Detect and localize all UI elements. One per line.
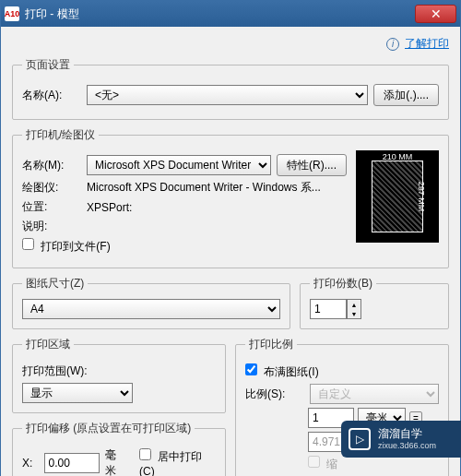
scale-label: 比例(S): <box>245 387 304 402</box>
watermark-name: 溜溜自学 <box>378 427 436 440</box>
play-icon: ▷ <box>349 428 371 450</box>
print-area-group: 打印区域 打印范围(W): 显示 <box>12 337 226 413</box>
scale-legend: 打印比例 <box>245 337 297 352</box>
description-label: 说明: <box>22 219 81 234</box>
print-range-label: 打印范围(W): <box>22 363 88 379</box>
window-title: 打印 - 模型 <box>25 6 415 22</box>
page-setup-name-select[interactable]: <无> <box>87 85 368 105</box>
spin-up-icon[interactable]: ▲ <box>348 300 361 309</box>
watermark-url: zixue.3d66.com <box>378 441 436 451</box>
offset-x-input[interactable] <box>44 453 100 473</box>
printer-name-label: 名称(M): <box>22 158 81 173</box>
page-setup-legend: 页面设置 <box>22 57 74 73</box>
spin-down-icon[interactable]: ▼ <box>348 309 361 318</box>
offset-x-label: X: <box>22 457 39 470</box>
printer-legend: 打印机/绘图仪 <box>22 127 99 143</box>
plotter-label: 绘图仪: <box>22 180 81 196</box>
fit-to-paper-checkbox[interactable]: 布满图纸(I) <box>245 363 319 380</box>
plotter-value: Microsoft XPS Document Writer - Windows … <box>87 180 321 196</box>
scale-lineweight-checkbox: 缩 <box>308 456 337 472</box>
print-to-file-checkbox[interactable]: 打印到文件(F) <box>22 238 111 255</box>
watermark: ▷ 溜溜自学 zixue.3d66.com <box>341 421 461 458</box>
titlebar: A10 打印 - 模型 ✕ <box>1 1 460 27</box>
printer-group: 打印机/绘图仪 名称(M): Microsoft XPS Document Wr… <box>12 127 449 268</box>
offset-legend: 打印偏移 (原点设置在可打印区域) <box>22 421 195 436</box>
info-icon: i <box>386 38 399 51</box>
copies-group: 打印份数(B) ▲▼ <box>300 276 449 329</box>
paper-preview: 210 MM 297 MM <box>356 150 439 243</box>
paper-size-group: 图纸尺寸(Z) A4 <box>12 276 290 329</box>
copies-legend: 打印份数(B) <box>310 276 376 292</box>
print-dialog: A10 打印 - 模型 ✕ i 了解打印 页面设置 名称(A): <无> 添加(… <box>0 0 461 476</box>
copies-spinner[interactable]: ▲▼ <box>310 299 361 319</box>
paper-size-legend: 图纸尺寸(Z) <box>22 276 88 292</box>
app-icon: A10 <box>5 6 19 21</box>
paper-size-select[interactable]: A4 <box>22 299 280 319</box>
printer-properties-button[interactable]: 特性(R).... <box>277 154 347 176</box>
center-print-checkbox[interactable]: 居中打印(C) <box>139 448 216 476</box>
printer-name-select[interactable]: Microsoft XPS Document Writer <box>87 155 271 175</box>
page-setup-group: 页面设置 名称(A): <无> 添加(.).... <box>12 57 449 120</box>
page-setup-add-button[interactable]: 添加(.).... <box>373 84 439 106</box>
page-setup-name-label: 名称(A): <box>22 88 81 103</box>
scale-select: 自定义 <box>310 384 439 404</box>
copies-input[interactable] <box>310 299 347 319</box>
offset-x-unit: 毫米 <box>105 447 126 476</box>
print-range-select[interactable]: 显示 <box>22 383 133 403</box>
paper-height-label: 297 MM <box>418 182 427 212</box>
offset-group: 打印偏移 (原点设置在可打印区域) X: 毫米 居中打印(C) Y: 毫米 <box>12 421 226 476</box>
close-button[interactable]: ✕ <box>415 5 456 23</box>
learn-print-link[interactable]: 了解打印 <box>405 36 449 52</box>
location-label: 位置: <box>22 199 81 215</box>
print-area-legend: 打印区域 <box>22 337 74 352</box>
location-value: XPSPort: <box>87 201 132 214</box>
